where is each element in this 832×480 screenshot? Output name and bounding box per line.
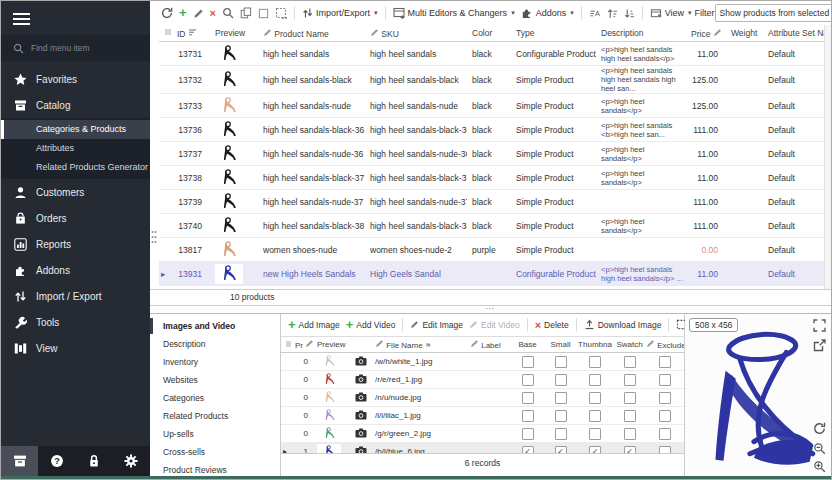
col-header-label[interactable]: Label	[466, 337, 511, 353]
image-row-g-r-green-2-jpg[interactable]: 0/g/r/green_2.jpg	[281, 425, 684, 443]
product-row-13736[interactable]: 13736high heel sandals-black-36high heel…	[159, 118, 825, 142]
download-image-button[interactable]: Download Image	[581, 316, 665, 334]
swatch-checkbox[interactable]	[624, 410, 636, 422]
thumbnail-checkbox[interactable]	[589, 428, 601, 440]
base-checkbox[interactable]	[522, 392, 534, 404]
base-checkbox[interactable]	[522, 428, 534, 440]
base-checkbox[interactable]	[522, 374, 534, 386]
sidebar-item-catalog[interactable]: Catalog	[1, 92, 150, 118]
tab-cross-sells[interactable]: Cross-sells	[150, 443, 280, 461]
col-header-exclude[interactable]: Exclude	[646, 337, 684, 353]
exclude-checkbox[interactable]	[659, 356, 671, 368]
add-image-button[interactable]: +Add Image	[285, 316, 343, 334]
menu-search-input[interactable]: Find menu item	[1, 35, 150, 61]
product-row-13738[interactable]: 13738high heel sandals-black-37high heel…	[159, 166, 825, 190]
zoom-in-icon[interactable]	[813, 460, 827, 474]
col-header-swatch[interactable]: Swatch	[613, 337, 646, 353]
sidebar-item-import-export[interactable]: Import / Export	[1, 283, 150, 309]
col-header-type[interactable]: Type	[511, 25, 596, 42]
col-header-id[interactable]: ID	[172, 25, 210, 42]
add-video-button[interactable]: +Add Video	[343, 316, 399, 334]
import-export-button[interactable]: Import/Export▾	[299, 4, 381, 22]
help-icon[interactable]: ?	[42, 446, 72, 476]
thumbnail-checkbox[interactable]	[589, 410, 601, 422]
product-row-13740[interactable]: 13740high heel sandals-black-38high heel…	[159, 214, 825, 238]
image-row-l-i-lilac-1-jpg[interactable]: 0/l/i/lilac_1.jpg	[281, 407, 684, 425]
product-row-13737[interactable]: 13737high heel sandals-nude-36high heel …	[159, 142, 825, 166]
col-header-image[interactable]	[351, 337, 371, 353]
addons-button[interactable]: Addons▾	[518, 4, 577, 22]
sidebar-item-orders[interactable]: Orders	[1, 205, 150, 231]
hamburger-menu-button[interactable]	[1, 1, 150, 35]
base-checkbox[interactable]	[522, 356, 534, 368]
copy-button[interactable]	[237, 4, 255, 22]
col-header-small[interactable]: Small	[544, 337, 577, 353]
search-products-button[interactable]	[219, 4, 237, 22]
image-row-n-u-nude-jpg[interactable]: 0/n/u/nude.jpg	[281, 389, 684, 407]
small-checkbox[interactable]	[555, 356, 567, 368]
zoom-out-icon[interactable]	[813, 442, 827, 456]
image-row-r-e-red-1-jpg[interactable]: 0/r/e/red_1.jpg	[281, 371, 684, 389]
tab-inventory[interactable]: Inventory	[150, 353, 280, 371]
col-header-options[interactable]	[159, 25, 172, 42]
small-checkbox[interactable]	[555, 410, 567, 422]
col-header-weight[interactable]: Weight	[726, 25, 763, 42]
tab-websites[interactable]: Websites	[150, 371, 280, 389]
product-row-13732[interactable]: 13732high heel sandals-blackhigh heel sa…	[159, 66, 825, 94]
tab-categories[interactable]: Categories	[150, 389, 280, 407]
sort-alpha-button[interactable]: A	[586, 4, 604, 22]
exclude-checkbox[interactable]	[659, 392, 671, 404]
base-checkbox[interactable]	[522, 410, 534, 422]
col-header-preview[interactable]: Preview	[313, 337, 351, 353]
col-header-file-name[interactable]: File Name ⚑	[371, 337, 466, 353]
sidebar-item-addons[interactable]: Addons	[1, 257, 150, 283]
sidebar-item-favorites[interactable]: Favorites	[1, 66, 150, 92]
sidebar-item-reports[interactable]: Reports	[1, 231, 150, 257]
exclude-checkbox[interactable]	[659, 428, 671, 440]
edit-image-button[interactable]: Edit Image	[407, 316, 466, 334]
col-header-base[interactable]: Base	[511, 337, 544, 353]
swatch-checkbox[interactable]	[624, 356, 636, 368]
multi-editors-button[interactable]: Multi Editors & Changers▾	[390, 4, 518, 22]
col-header-sku[interactable]: SKU	[365, 25, 467, 42]
tab-images-and-video[interactable]: Images and Video	[150, 317, 280, 335]
col-header-description[interactable]: Description	[596, 25, 686, 42]
tab-up-sells[interactable]: Up-sells	[150, 425, 280, 443]
vertical-scrollbar[interactable]	[824, 25, 831, 289]
move-down-button[interactable]	[621, 4, 638, 22]
sidebar-item-categories-products[interactable]: Categories & Products	[1, 120, 150, 139]
col-header-attribute-set-name[interactable]: Attribute Set Name	[763, 25, 825, 42]
col-header-thumbna[interactable]: Thumbna	[577, 337, 613, 353]
move-up-button[interactable]	[604, 4, 621, 22]
col-header-preview[interactable]: Preview	[210, 25, 258, 42]
tab-related-products[interactable]: Related Products	[150, 407, 280, 425]
col-header-price[interactable]: Price	[686, 25, 726, 42]
swatch-checkbox[interactable]	[624, 392, 636, 404]
product-row-13739[interactable]: 13739high heel sandals-nude-37high heel …	[159, 190, 825, 214]
tab-description[interactable]: Description	[150, 335, 280, 353]
fullscreen-icon[interactable]	[813, 319, 827, 333]
col-header-color[interactable]: Color	[467, 25, 511, 42]
sidebar-item-related-products-generator[interactable]: Related Products Generator	[1, 158, 150, 177]
add-product-button[interactable]: +	[176, 4, 190, 22]
col-header-pr[interactable]: Pr	[291, 337, 313, 353]
delete-product-button[interactable]: ×	[207, 4, 219, 22]
product-row-13733[interactable]: 13733high heel sandals-nudehigh heel san…	[159, 94, 825, 118]
delete-button[interactable]: ×Delete	[532, 316, 572, 334]
image-row-w-h-white-1-jpg[interactable]: 0/w/h/white_1.jpg	[281, 353, 684, 371]
view-button[interactable]: View▾	[647, 4, 695, 22]
rotate-icon[interactable]	[813, 422, 827, 436]
product-row-13817[interactable]: 13817women shoes-nudewomen shoes-nude-2p…	[159, 238, 825, 262]
sidebar-item-tools[interactable]: Tools	[1, 309, 150, 335]
small-checkbox[interactable]	[555, 428, 567, 440]
sidebar-item-customers[interactable]: Customers	[1, 179, 150, 205]
open-external-icon[interactable]	[813, 339, 827, 353]
swatch-checkbox[interactable]	[624, 428, 636, 440]
thumbnail-checkbox[interactable]	[589, 356, 601, 368]
select-special-button[interactable]	[272, 4, 290, 22]
small-checkbox[interactable]	[555, 392, 567, 404]
edit-product-button[interactable]	[190, 4, 207, 22]
store-icon[interactable]	[1, 446, 38, 476]
product-row-13931[interactable]: ▸13931new High Heels SandalsHigh Geels S…	[159, 262, 825, 286]
col-header-options[interactable]	[281, 337, 291, 353]
